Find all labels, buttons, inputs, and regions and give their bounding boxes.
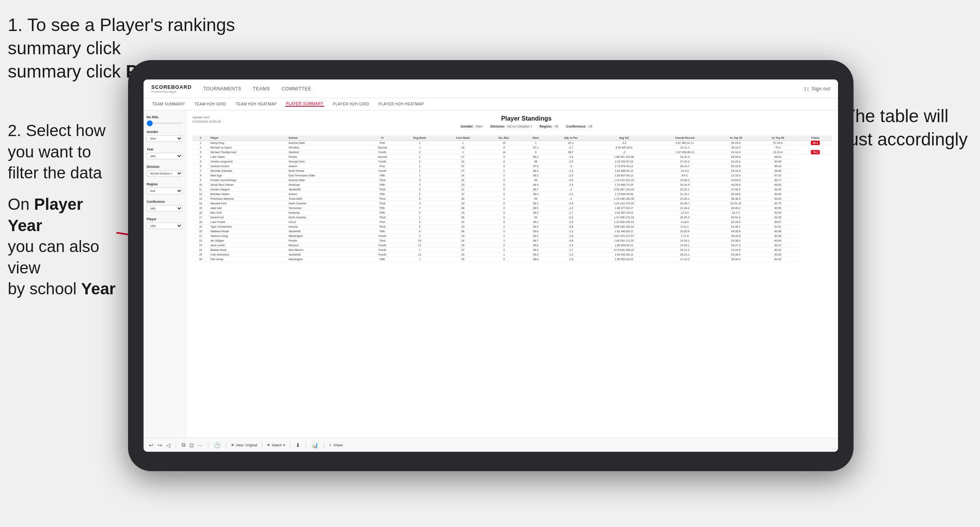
watch-btn[interactable]: 👁 Watch ▾ — [267, 443, 285, 447]
step-back-btn[interactable]: ◁ — [165, 441, 171, 449]
gender-select[interactable]: Men — [147, 135, 183, 142]
table-cell: 8-21-1 — [655, 225, 715, 229]
table-row[interactable]: 24Bastien AmatNew MexicoFourth127269.4-1… — [192, 248, 832, 252]
download-btn[interactable]: ⬇ — [295, 441, 301, 449]
table-cell: 0.74 616-168-22 — [593, 248, 655, 252]
table-cell: 68.7 — [523, 187, 549, 192]
division-label: Division — [147, 165, 183, 169]
table-cell: Texas A&M — [287, 197, 366, 201]
table-cell: 80.69 — [757, 238, 799, 243]
table-cell: 1 — [485, 234, 523, 238]
table-cell: 26-30-2 — [715, 206, 757, 211]
table-cell: 1.60 492-66-12 — [593, 252, 655, 257]
subnav-player-summary[interactable]: PLAYER SUMMARY — [285, 102, 324, 107]
table-row[interactable]: 7Nicholas GabrielixNorth FloridaFourth12… — [192, 169, 832, 173]
nav-tournaments[interactable]: TOURNAMENTS — [203, 85, 241, 93]
table-cell: 1 — [441, 141, 485, 145]
table-header-row: # Player School Yr Reg Rank Conf Rank No… — [192, 135, 832, 141]
table-row[interactable]: 5Christo LamprechtGeorgia TechFourth2210… — [192, 159, 832, 164]
subnav-team-summary[interactable]: TEAM SUMMARY — [151, 102, 186, 106]
table-cell: Ian Gilligan — [209, 238, 287, 243]
table-row[interactable]: 8Mats EgeEast Tennessee StateFifth124268… — [192, 173, 832, 178]
view-label[interactable]: 👁 View: Original — [231, 443, 257, 447]
table-row[interactable]: 17David FordNorth CarolinaThird169069-0.… — [192, 215, 832, 220]
table-row[interactable]: 20Matthew RiedelVanderbiltFifth668069.8-… — [192, 229, 832, 234]
table-area[interactable]: Update time: 27/03/2024 16:56:26 Player … — [186, 111, 838, 438]
clock-btn[interactable]: 🕐 — [213, 441, 221, 449]
table-row[interactable]: 4Luke ClatonFloridaSecond127068.2-1.61.9… — [192, 155, 832, 159]
table-cell: 27 — [441, 164, 485, 169]
subnav-player-h2h-heatmap[interactable]: PLAYER H2H HEATMAP — [378, 102, 425, 106]
copy-btn[interactable]: ⧉ — [181, 441, 186, 449]
table-cell: 44-26-8 — [715, 183, 757, 187]
table-row[interactable]: 23Jack LundinMissouriFourth1124068.6-2.3… — [192, 243, 832, 248]
player-select[interactable]: (All) — [147, 223, 183, 229]
table-cell: 83.83 — [757, 197, 799, 201]
no-rds-slider[interactable] — [147, 123, 183, 124]
table-row[interactable]: 13Phichuksn MaichonTexas A&MThird630169-… — [192, 197, 832, 201]
table-cell: 53-38-4 — [715, 252, 757, 257]
table-cell: 68 — [441, 229, 485, 234]
table-cell: -0.2 — [549, 215, 593, 220]
table-cell: 20-14-5 — [655, 183, 715, 187]
table-row[interactable]: 3Michael ThorbjornsenStanfordFourth22140… — [192, 150, 832, 155]
col-vs50: Vs Top 50 — [757, 135, 799, 141]
table-row[interactable]: 25Cole SherwoodVanderbiltFourth1223169.3… — [192, 252, 832, 257]
subnav-team-h2h-grid[interactable]: TEAM H2H GRID — [194, 102, 227, 106]
table-cell: 6 — [399, 229, 441, 234]
table-cell: 0 — [485, 187, 523, 192]
redo-btn[interactable]: ↪ — [157, 441, 163, 449]
division-select[interactable]: NCAA Division I — [147, 170, 183, 177]
table-cell: Mats Ege — [209, 173, 287, 178]
chart-btn[interactable]: 📊 — [311, 441, 319, 449]
table-cell: Vanderbilt — [287, 229, 366, 234]
table-row[interactable]: 14Maxwell FordNorth CarolinaThird323069.… — [192, 201, 832, 206]
table-row[interactable]: 15Jake HallTennesseeFifth788068.5-1.51.6… — [192, 206, 832, 211]
year-select[interactable]: (All) — [147, 153, 183, 159]
table-cell: Ole Miss — [287, 145, 366, 150]
toolbar-divider-2 — [208, 442, 208, 448]
more-btn[interactable]: ··· — [197, 441, 203, 449]
table-row[interactable]: 1Wenyi DingArizona StateFirst1115167.1-3… — [192, 141, 832, 145]
table-cell: North Carolina — [287, 201, 366, 206]
table-row[interactable]: 2Michael Le SassoOle MissSecond118067.1-… — [192, 145, 832, 150]
nav-teams[interactable]: TEAMS — [253, 85, 270, 93]
paste-btn[interactable]: ⊡ — [189, 441, 195, 449]
table-row[interactable]: 16Alex GoffKentuckyFifth919068.3-1.71.92… — [192, 211, 832, 215]
table-cell: 27 — [441, 169, 485, 173]
table-cell: Fifth — [366, 211, 399, 215]
table-cell: Preston Summerhays — [209, 178, 287, 183]
table-row[interactable]: 18Luke PowellUCLAFirst424069.1-1.81.13 5… — [192, 220, 832, 225]
table-cell: 18 — [192, 220, 209, 225]
subnav-player-h2h-grid[interactable]: PLAYER H2H GRID — [332, 102, 370, 106]
table-cell: 0 — [485, 178, 523, 183]
table-row[interactable]: 10Jacob Skov OlesenArkansasFifth323068.4… — [192, 183, 832, 187]
share-btn[interactable]: ⇪ Share — [329, 443, 343, 447]
subnav-team-h2h-heatmap[interactable]: TEAM H2H HEATMAP — [235, 102, 277, 106]
nav-committee[interactable]: COMMITTEE — [282, 85, 312, 93]
ann-bottom-bold1: Player — [34, 195, 83, 213]
table-row[interactable]: 9Preston SummerhaysArizona StateThird324… — [192, 178, 832, 183]
table-cell: 24 — [441, 220, 485, 225]
table-cell: 23 — [441, 183, 485, 187]
table-row[interactable]: 12Brendan ValdesAuburnFifth537068.4-1.11… — [192, 192, 832, 197]
table-row[interactable]: 19Tiger ChristensenArizonaThird523269.2-… — [192, 225, 832, 229]
table-row[interactable]: 21Taehoon SongWashingtonFourth523169.2-1… — [192, 234, 832, 238]
undo-btn[interactable]: ↩ — [148, 441, 154, 449]
table-cell: 25-22-1 — [655, 187, 715, 192]
table-row[interactable]: 11Gordon SargentVanderbiltThird421068.7-… — [192, 187, 832, 192]
conference-select[interactable]: (All) — [147, 205, 183, 212]
table-cell: 9 — [192, 178, 209, 183]
toolbar-divider-4 — [262, 442, 262, 448]
table-cell: 68.7 — [523, 238, 549, 243]
region-select[interactable]: N/A — [147, 188, 183, 194]
table-row[interactable]: 6Jackson KoivunAuburnFirst127067.3-22.72… — [192, 164, 832, 169]
table-row[interactable]: 26Petr HrubyWashingtonFifth725068.6-1.61… — [192, 257, 832, 262]
table-cell: 69 — [441, 215, 485, 220]
gender-label: Gender — [147, 130, 183, 134]
sign-out-link[interactable]: Sign out — [812, 85, 830, 93]
col-player: Player — [209, 135, 287, 141]
table-cell: -1.5 — [549, 183, 593, 187]
table-cell: -2.5 — [549, 159, 593, 164]
table-row[interactable]: 22Ian GilliganFloridaThird1024168.7-0.81… — [192, 238, 832, 243]
